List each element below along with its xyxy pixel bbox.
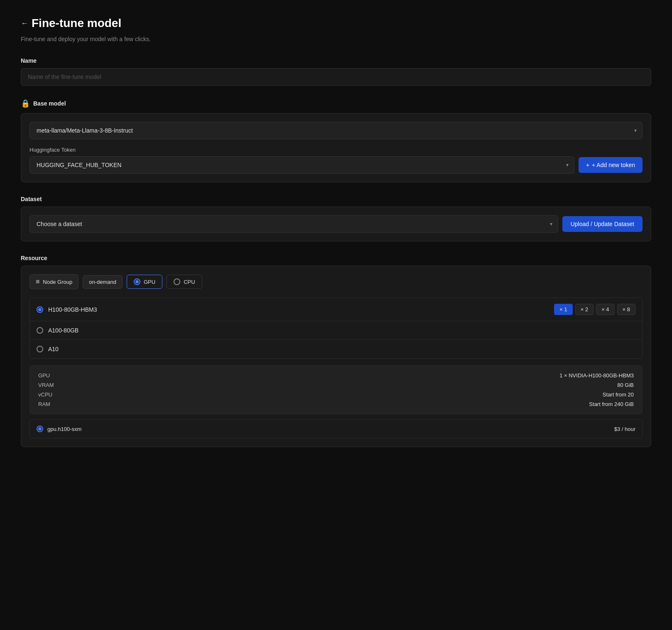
dataset-section: Dataset Choose a dataset ▾ Upload / Upda… (21, 196, 651, 241)
spec-gpu: GPU 1 × NVIDIA-H100-80GB-HBM3 (38, 372, 634, 379)
spec-vram-value: 80 GiB (617, 382, 634, 388)
spec-gpu-value: 1 × NVIDIA-H100-80GB-HBM3 (559, 372, 634, 379)
multiplier-2-button[interactable]: × 2 (575, 304, 594, 315)
h100-radio (37, 306, 43, 313)
gpu-item-a100-left: A100-80GB (37, 327, 78, 334)
resource-label: Resource (21, 255, 651, 261)
token-select[interactable]: HUGGING_FACE_HUB_TOKEN (29, 156, 574, 174)
gpu-item-a10-left: A10 (37, 346, 59, 352)
multiplier-4-button[interactable]: × 4 (596, 304, 614, 315)
gpu-option[interactable]: GPU (127, 275, 162, 289)
spec-vcpu-value: Start from 20 (603, 391, 634, 398)
node-group-icon: ≡ (36, 278, 39, 285)
h100-name: H100-80GB-HBM3 (48, 306, 97, 313)
gpu-item-a100[interactable]: A100-80GB (30, 321, 642, 340)
gpu-radio (134, 278, 140, 285)
dataset-row: Choose a dataset ▾ Upload / Update Datas… (29, 215, 643, 233)
base-model-section: 🔒 Base model meta-llama/Meta-Llama-3-8B-… (21, 99, 651, 182)
page-subtitle: Fine-tune and deploy your model with a f… (21, 36, 651, 42)
gpu-item-h100[interactable]: H100-80GB-HBM3 × 1 × 2 × 4 × 8 (30, 298, 642, 321)
cpu-label: CPU (184, 279, 195, 285)
page-title: Fine-tune model (32, 17, 121, 30)
dataset-select-wrapper: Choose a dataset ▾ (29, 215, 558, 233)
spec-vram: VRAM 80 GiB (38, 382, 634, 388)
pricing-instance: gpu.h100-sxm (47, 426, 81, 432)
dataset-card: Choose a dataset ▾ Upload / Update Datas… (21, 207, 651, 241)
h100-multipliers: × 1 × 2 × 4 × 8 (554, 304, 635, 315)
a100-radio (37, 327, 43, 334)
multiplier-8-button[interactable]: × 8 (617, 304, 635, 315)
add-token-button[interactable]: + + Add new token (579, 157, 643, 173)
back-button[interactable]: ← Fine-tune model (21, 17, 121, 30)
pricing-row[interactable]: gpu.h100-sxm $3 / hour (29, 419, 643, 438)
model-select[interactable]: meta-llama/Meta-Llama-3-8B-Instruct meta… (29, 122, 643, 139)
pricing-left: gpu.h100-sxm (37, 426, 81, 432)
spec-ram: RAM Start from 240 GiB (38, 401, 634, 407)
node-group-label: Node Group (43, 279, 72, 285)
spec-vcpu-label: vCPU (38, 391, 52, 398)
plus-icon: + (586, 162, 589, 168)
token-select-wrapper: HUGGING_FACE_HUB_TOKEN ▾ (29, 156, 574, 174)
back-arrow-icon: ← (21, 19, 28, 28)
spec-vcpu: vCPU Start from 20 (38, 391, 634, 398)
specs-panel: GPU 1 × NVIDIA-H100-80GB-HBM3 VRAM 80 Gi… (29, 365, 643, 414)
a10-name: A10 (48, 346, 59, 352)
cpu-option[interactable]: CPU (167, 275, 202, 289)
a100-name: A100-80GB (48, 327, 78, 334)
dataset-label: Dataset (21, 196, 651, 202)
name-section: Name (21, 57, 651, 86)
spec-ram-label: RAM (38, 401, 50, 407)
add-token-label: + Add new token (592, 162, 635, 168)
on-demand-button[interactable]: on-demand (83, 275, 123, 289)
gpu-item-a10[interactable]: A10 (30, 340, 642, 358)
pricing-price: $3 / hour (614, 426, 635, 432)
multiplier-1-button[interactable]: × 1 (554, 304, 572, 315)
upload-dataset-button[interactable]: Upload / Update Dataset (562, 216, 643, 232)
resource-controls: ≡ Node Group on-demand GPU CPU (29, 274, 643, 289)
cpu-radio (174, 278, 180, 285)
a10-radio (37, 346, 43, 352)
node-group-button[interactable]: ≡ Node Group (29, 274, 78, 289)
spec-vram-label: VRAM (38, 382, 54, 388)
resource-card: ≡ Node Group on-demand GPU CPU (21, 266, 651, 447)
huggingface-label: Huggingface Token (29, 147, 643, 153)
token-row: HUGGING_FACE_HUB_TOKEN ▾ + + Add new tok… (29, 156, 643, 174)
spec-ram-value: Start from 240 GiB (589, 401, 634, 407)
name-label: Name (21, 57, 651, 64)
lock-icon: 🔒 (21, 99, 30, 108)
huggingface-section: Huggingface Token HUGGING_FACE_HUB_TOKEN… (29, 147, 643, 174)
resource-section: Resource ≡ Node Group on-demand GPU CPU (21, 255, 651, 447)
gpu-label: GPU (144, 279, 155, 285)
pricing-radio (37, 426, 43, 432)
base-model-label: Base model (33, 100, 66, 107)
dataset-select[interactable]: Choose a dataset (29, 215, 558, 233)
gpu-item-h100-left: H100-80GB-HBM3 (37, 306, 97, 313)
base-model-card: meta-llama/Meta-Llama-3-8B-Instruct meta… (21, 113, 651, 182)
model-select-wrapper: meta-llama/Meta-Llama-3-8B-Instruct meta… (29, 122, 643, 139)
name-input[interactable] (21, 68, 651, 86)
gpu-list: H100-80GB-HBM3 × 1 × 2 × 4 × 8 A100-80GB (29, 298, 643, 359)
spec-gpu-label: GPU (38, 372, 50, 379)
